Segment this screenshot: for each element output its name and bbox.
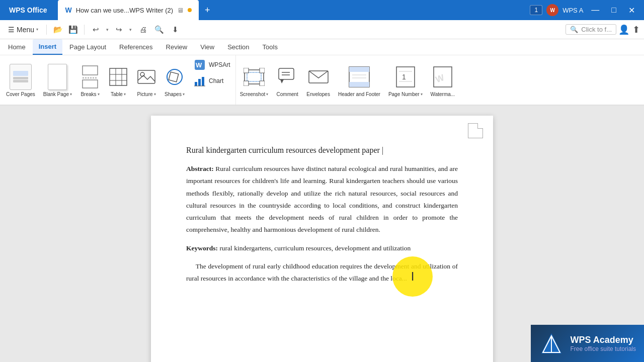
picture-label: Picture ▾ [137, 92, 155, 97]
unsaved-indicator [188, 8, 192, 12]
title-bar-right: 1 W WPS A — □ ✕ [530, 4, 644, 16]
file-icons-group: 📂 💾 [51, 23, 80, 37]
shapes-button[interactable]: Shapes ▾ [160, 55, 189, 105]
envelopes-button[interactable]: Envelopes [302, 55, 334, 105]
tab-page-layout[interactable]: Page Layout [63, 39, 112, 55]
print-button[interactable]: 🖨 [136, 23, 150, 37]
share-icon[interactable]: ⬆ [632, 24, 640, 35]
svg-text:W: W [196, 61, 202, 69]
svg-rect-21 [260, 68, 265, 73]
search-placeholder: Click to f... [581, 26, 612, 33]
svg-rect-2 [83, 80, 98, 88]
ribbon: Cover Pages Blank Page ▾ Breaks ▾ [0, 55, 644, 106]
user-label: WPS A [562, 7, 583, 14]
svg-rect-3 [110, 68, 127, 85]
menu-bar: ☰ Menu ▾ 📂 💾 ↩ ▾ ↪ ▾ 🖨 🔍 ⬇ 🔍 Click to f.… [0, 20, 644, 39]
tab-view[interactable]: View [194, 39, 220, 55]
wps-academy-text: WPS Academy Free office suite tutorials [570, 335, 636, 352]
hamburger-menu[interactable]: ☰ Menu ▾ [4, 24, 42, 36]
svg-rect-8 [138, 70, 155, 83]
svg-rect-16 [202, 77, 204, 86]
add-tab-button[interactable]: + [199, 0, 216, 20]
undo-button[interactable]: ↩ [89, 23, 103, 37]
cover-pages-button[interactable]: Cover Pages [2, 55, 39, 105]
redo-dropdown[interactable]: ▾ [127, 23, 134, 37]
envelopes-label: Envelopes [306, 92, 330, 97]
doc-tab-label: How can we use...WPS Writer (2) [76, 7, 173, 14]
blank-page-button[interactable]: Blank Page ▾ [39, 55, 76, 105]
monitor-icon: 🖥 [177, 7, 184, 14]
svg-rect-15 [198, 79, 201, 86]
hamburger-icon: ☰ [8, 26, 15, 34]
svg-rect-22 [244, 81, 249, 86]
redo-button[interactable]: ↪ [112, 23, 126, 37]
undo-dropdown[interactable]: ▾ [104, 23, 111, 37]
svg-rect-31 [349, 82, 369, 87]
maximize-button[interactable]: □ [607, 6, 620, 15]
page-number-button[interactable]: 1 Page Number ▾ [384, 55, 427, 105]
breaks-button[interactable]: Breaks ▾ [76, 55, 104, 105]
document-page[interactable]: 📋 ▾ Rural kindergarten curriculum resour… [151, 116, 493, 362]
document-area: 📋 ▾ Rural kindergarten curriculum resour… [0, 106, 644, 362]
breaks-arrow: ▾ [98, 92, 100, 97]
header-footer-label: Header and Footer [338, 92, 380, 98]
tab-references[interactable]: References [113, 39, 158, 55]
tab-home[interactable]: Home [2, 39, 32, 55]
watermark-button[interactable]: W Waterma... [427, 55, 459, 105]
wps-logo[interactable]: WPS Office [0, 0, 56, 20]
screenshot-button[interactable]: Screenshot ▾ [236, 55, 273, 105]
breaks-label: Breaks ▾ [80, 92, 99, 97]
tab-section[interactable]: Section [221, 39, 255, 55]
svg-rect-20 [244, 68, 249, 73]
search-bar[interactable]: 🔍 Click to f... [566, 24, 616, 35]
divider-2 [84, 25, 85, 35]
document-title[interactable]: Rural kindergarten curriculum resources … [186, 146, 458, 155]
save-button[interactable]: 💾 [66, 23, 80, 37]
document-tab[interactable]: W How can we use...WPS Writer (2) 🖥 [58, 0, 199, 20]
keywords-label: Keywords: [186, 244, 218, 252]
table-label: Table ▾ [111, 92, 126, 97]
doc-tab-icon: W [65, 6, 71, 14]
add-tab-icon: + [205, 5, 210, 16]
watermark-label: Waterma... [431, 92, 455, 97]
wpsart-label: WPSArt [209, 61, 230, 68]
user-account-icon[interactable]: 👤 [618, 24, 629, 35]
svg-rect-0 [83, 66, 98, 75]
shapes-arrow: ▾ [183, 92, 185, 97]
header-footer-button[interactable]: Header and Footer [334, 55, 384, 105]
find-button[interactable]: 🔍 [152, 23, 166, 37]
close-button[interactable]: ✕ [624, 6, 639, 15]
document-keywords[interactable]: Keywords: rural kindergartens, curriculu… [186, 242, 458, 254]
academy-title: WPS Academy [570, 335, 636, 345]
more-options[interactable]: ⬇ [168, 23, 182, 37]
minimize-button[interactable]: — [587, 6, 603, 15]
wpsart-button[interactable]: W WPSArt [192, 57, 232, 72]
document-abstract[interactable]: Abstract: Rural curriculum resources hav… [186, 163, 458, 236]
comment-button[interactable]: Comment [272, 55, 302, 105]
svg-rect-23 [260, 81, 265, 86]
tab-tools[interactable]: Tools [257, 39, 284, 55]
user-avatar[interactable]: W [546, 4, 558, 16]
picture-arrow: ▾ [154, 92, 156, 97]
chart-button[interactable]: Chart [192, 73, 232, 88]
tab-insert[interactable]: Insert [33, 39, 62, 55]
divider-1 [46, 25, 47, 35]
menu-label: Menu [17, 26, 34, 34]
page-number-label: Page Number ▾ [388, 92, 423, 97]
picture-button[interactable]: Picture ▾ [132, 55, 160, 105]
cover-pages-label: Cover Pages [6, 92, 35, 98]
wps-logo-svg [539, 331, 564, 356]
title-bar: WPS Office W How can we use...WPS Writer… [0, 0, 644, 20]
table-button[interactable]: Table ▾ [104, 55, 132, 105]
abstract-label: Abstract: [186, 165, 214, 172]
svg-rect-11 [169, 72, 179, 82]
blank-page-label: Blank Page ▾ [43, 92, 72, 97]
open-file-button[interactable]: 📂 [51, 23, 65, 37]
search-icon: 🔍 [570, 26, 578, 33]
svg-text:1: 1 [402, 73, 406, 81]
comment-label: Comment [277, 92, 298, 97]
menu-dropdown-arrow: ▾ [36, 27, 38, 32]
keywords-text: rural kindergartens, curriculum resource… [219, 244, 411, 252]
tab-review[interactable]: Review [160, 39, 194, 55]
svg-marker-25 [280, 79, 284, 83]
